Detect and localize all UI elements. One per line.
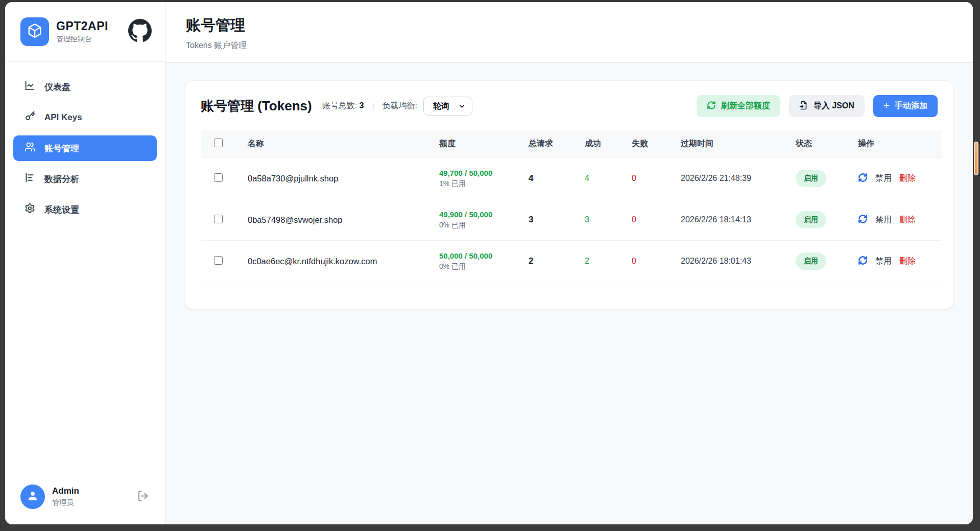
user-role: 管理员: [52, 498, 79, 507]
accounts-table: 名称 额度 总请求 成功 失败 过期时间 状态 操作: [201, 130, 942, 282]
column-header-success: 成功: [577, 130, 624, 158]
page-header: 账号管理 Tokens 账户管理: [165, 2, 973, 63]
cell-total-requests: 4: [520, 158, 577, 199]
table-row: 0ba57498@svwojer.shop 49,900 / 50,000 0%…: [201, 199, 942, 241]
gear-icon: [25, 203, 35, 216]
brand-text: GPT2API 管理控制台: [56, 20, 108, 43]
table-row: 0c0ae6ec@kr.ntfdhujik.kozow.com 50,000 /…: [201, 241, 942, 282]
cell-status: 启用: [787, 241, 850, 282]
refresh-icon: [858, 173, 868, 184]
cell-actions: 禁用 删除: [850, 158, 942, 199]
line-chart-icon: [25, 80, 35, 94]
load-balance-select[interactable]: 轮询: [423, 97, 472, 116]
sidebar-item-settings[interactable]: 系统设置: [13, 197, 157, 222]
logout-button[interactable]: [137, 490, 152, 504]
cell-account-name: 0a58a730@pjullnk.shop: [240, 158, 431, 199]
row-refresh-button[interactable]: [858, 173, 868, 184]
card-title: 账号管理 (Tokens): [201, 97, 312, 115]
sidebar-item-analytics[interactable]: 数据分析: [13, 166, 157, 192]
status-badge: 启用: [796, 170, 826, 187]
content: 账号管理 (Tokens) 账号总数: 3 | 负载均衡: 轮询: [165, 63, 973, 327]
column-header-expires: 过期时间: [673, 130, 787, 158]
avatar: [20, 484, 45, 509]
select-all-checkbox[interactable]: [214, 138, 223, 147]
cell-account-name: 0c0ae6ec@kr.ntfdhujik.kozow.com: [240, 241, 431, 282]
sidebar-item-api-keys[interactable]: API Keys: [13, 105, 157, 130]
github-icon: [128, 19, 152, 44]
logout-icon: [137, 490, 149, 504]
sidebar-footer: Admin 管理员: [5, 473, 165, 524]
row-refresh-button[interactable]: [858, 256, 868, 267]
quota-value: 50,000 / 50,000: [439, 251, 512, 260]
sidebar: GPT2API 管理控制台 仪表盘 API Keys: [5, 2, 165, 524]
cell-actions: 禁用 删除: [850, 199, 942, 241]
cell-account-name: 0ba57498@svwojer.shop: [240, 199, 431, 241]
column-header-name: 名称: [240, 130, 431, 158]
cell-fail-count: 0: [624, 241, 673, 282]
github-link[interactable]: [128, 19, 152, 44]
sidebar-item-label: 系统设置: [44, 204, 79, 216]
user-name: Admin: [52, 486, 79, 496]
sidebar-item-label: API Keys: [44, 112, 82, 123]
sidebar-nav: 仪表盘 API Keys 账号管理 数据分析: [5, 62, 165, 473]
header-actions: 刷新全部额度 导入 JSON + 手动添加: [697, 95, 938, 117]
scrollbar-thumb[interactable]: [974, 142, 978, 175]
quota-used: 0% 已用: [439, 221, 512, 230]
row-checkbox[interactable]: [214, 215, 223, 223]
quota-value: 49,700 / 50,000: [439, 169, 512, 177]
sidebar-header: GPT2API 管理控制台: [5, 2, 165, 62]
quota-used: 1% 已用: [439, 179, 512, 189]
user-info: Admin 管理员: [52, 486, 79, 507]
row-disable-button[interactable]: 禁用: [875, 215, 892, 225]
cell-success-count: 3: [577, 199, 624, 241]
column-header-status: 状态: [787, 130, 850, 158]
row-disable-button[interactable]: 禁用: [875, 256, 892, 267]
refresh-icon: [707, 101, 716, 112]
import-json-label: 导入 JSON: [814, 101, 854, 111]
column-header-actions: 操作: [850, 130, 942, 158]
cell-total-requests: 3: [520, 199, 577, 241]
row-checkbox[interactable]: [214, 256, 223, 265]
quota-value: 49,900 / 50,000: [439, 210, 512, 219]
cell-quota: 49,700 / 50,000 1% 已用: [431, 158, 520, 199]
key-icon: [25, 111, 35, 124]
sidebar-item-label: 账号管理: [44, 143, 79, 154]
column-header-total: 总请求: [520, 130, 577, 158]
file-import-icon: [799, 101, 808, 112]
cell-actions: 禁用 删除: [850, 241, 942, 282]
brand-name: GPT2API: [56, 20, 108, 33]
card-header: 账号管理 (Tokens) 账号总数: 3 | 负载均衡: 轮询: [201, 95, 938, 117]
page-subtitle: Tokens 账户管理: [186, 40, 952, 51]
brand-logo: [20, 17, 49, 46]
status-badge: 启用: [796, 252, 826, 270]
account-total: 账号总数: 3: [322, 101, 364, 111]
cell-expire-time: 2026/2/26 18:01:43: [673, 241, 787, 282]
row-disable-button[interactable]: 禁用: [875, 173, 892, 184]
sidebar-item-dashboard[interactable]: 仪表盘: [13, 74, 157, 100]
import-json-button[interactable]: 导入 JSON: [789, 95, 865, 117]
sidebar-item-label: 数据分析: [44, 173, 79, 185]
row-delete-button[interactable]: 删除: [899, 256, 916, 267]
cell-success-count: 4: [577, 158, 624, 199]
cell-status: 启用: [787, 158, 850, 199]
column-header-fail: 失败: [624, 130, 673, 158]
refresh-icon: [858, 214, 868, 226]
status-badge: 启用: [796, 211, 826, 228]
manual-add-button[interactable]: + 手动添加: [873, 95, 938, 117]
load-balance-label: 负载均衡:: [383, 101, 417, 111]
refresh-all-label: 刷新全部额度: [721, 101, 770, 111]
user-icon: [26, 489, 39, 504]
table-head: 名称 额度 总请求 成功 失败 过期时间 状态 操作: [201, 130, 942, 158]
page-title: 账号管理: [186, 15, 952, 36]
accounts-card: 账号管理 (Tokens) 账号总数: 3 | 负载均衡: 轮询: [185, 80, 953, 309]
row-delete-button[interactable]: 删除: [899, 173, 916, 184]
cell-success-count: 2: [577, 241, 624, 282]
row-checkbox[interactable]: [214, 173, 223, 182]
sidebar-item-accounts[interactable]: 账号管理: [13, 135, 157, 161]
row-refresh-button[interactable]: [858, 214, 868, 226]
refresh-all-button[interactable]: 刷新全部额度: [697, 95, 780, 117]
cell-quota: 50,000 / 50,000 0% 已用: [431, 241, 520, 282]
meta-divider: |: [372, 102, 374, 111]
cell-total-requests: 2: [520, 241, 577, 282]
row-delete-button[interactable]: 删除: [899, 215, 916, 225]
